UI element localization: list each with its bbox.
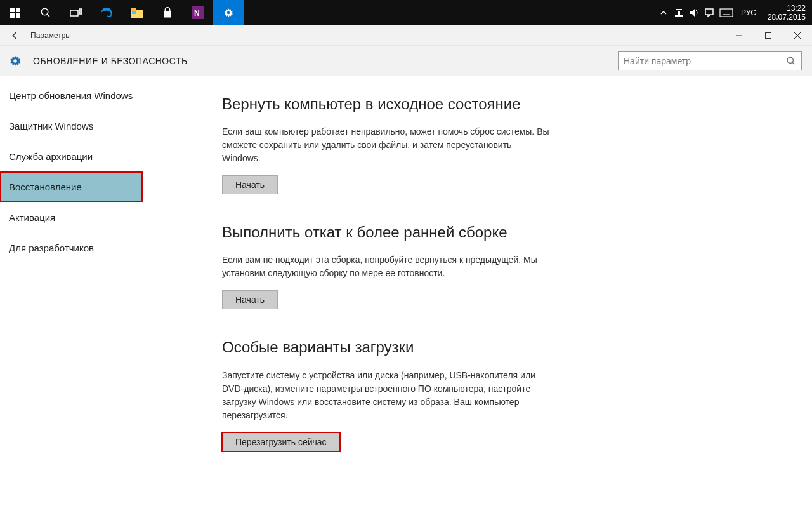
svg-rect-15 bbox=[678, 11, 680, 15]
svg-rect-6 bbox=[70, 10, 78, 16]
settings-taskbar-icon[interactable] bbox=[213, 0, 244, 25]
svg-rect-10 bbox=[131, 8, 136, 11]
main-content: Вернуть компьютер в исходное состояние Е… bbox=[209, 76, 812, 508]
reset-start-button[interactable]: Начать bbox=[222, 175, 278, 194]
minimize-button[interactable] bbox=[724, 25, 754, 46]
svg-rect-14 bbox=[675, 15, 683, 17]
svg-text:N: N bbox=[194, 9, 200, 18]
clock-date: 28.07.2015 bbox=[768, 13, 806, 22]
sidebar-item-defender[interactable]: Защитник Windows bbox=[0, 110, 209, 141]
store-icon[interactable] bbox=[152, 0, 183, 25]
file-explorer-icon[interactable] bbox=[122, 0, 152, 25]
volume-icon[interactable] bbox=[686, 0, 702, 25]
section-body: Если вам не подходит эта сборка, попробу… bbox=[222, 253, 552, 280]
search-taskbar-icon[interactable] bbox=[30, 0, 61, 25]
task-view-icon[interactable] bbox=[61, 0, 91, 25]
svg-rect-27 bbox=[766, 32, 771, 38]
section-body: Запустите систему с устройства или диска… bbox=[222, 369, 552, 422]
section-rollback: Выполнить откат к более ранней сборке Ес… bbox=[222, 222, 552, 309]
section-body: Если ваш компьютер работает неправильно,… bbox=[222, 125, 552, 165]
section-heading: Выполнить откат к более ранней сборке bbox=[222, 222, 552, 242]
tray-chevron-icon[interactable] bbox=[656, 0, 671, 25]
network-icon[interactable] bbox=[671, 0, 686, 25]
gear-icon bbox=[8, 53, 23, 69]
search-input[interactable] bbox=[624, 56, 786, 66]
subheader: ОБНОВЛЕНИЕ И БЕЗОПАСНОСТЬ bbox=[0, 46, 812, 76]
sidebar-item-label: Центр обновления Windows bbox=[9, 90, 133, 101]
svg-rect-7 bbox=[79, 9, 82, 11]
sidebar: Центр обновления Windows Защитник Window… bbox=[0, 76, 209, 508]
svg-rect-11 bbox=[132, 11, 136, 14]
action-center-icon[interactable] bbox=[702, 0, 717, 25]
clock-time: 13:22 bbox=[768, 4, 806, 13]
sidebar-item-backup[interactable]: Служба архивации bbox=[0, 141, 209, 171]
edge-icon[interactable] bbox=[91, 0, 122, 25]
settings-window: Параметры ОБНОВЛЕНИЕ И БЕЗОПАСНОСТЬ Цент… bbox=[0, 25, 812, 508]
section-reset-pc: Вернуть компьютер в исходное состояние Е… bbox=[222, 94, 552, 194]
maximize-button[interactable] bbox=[754, 25, 783, 46]
svg-rect-2 bbox=[10, 13, 15, 18]
titlebar: Параметры bbox=[0, 25, 812, 46]
svg-line-31 bbox=[792, 62, 794, 64]
taskbar: N РУС 13:22 28.07.2015 bbox=[0, 0, 812, 25]
svg-rect-3 bbox=[16, 13, 20, 18]
close-button[interactable] bbox=[783, 25, 812, 46]
svg-line-5 bbox=[47, 14, 49, 17]
start-button[interactable] bbox=[0, 0, 30, 25]
onenote-icon[interactable]: N bbox=[183, 0, 213, 25]
sidebar-item-label: Служба архивации bbox=[9, 151, 93, 162]
section-heading: Особые варианты загрузки bbox=[222, 337, 552, 357]
keyboard-icon[interactable] bbox=[717, 0, 736, 25]
svg-rect-8 bbox=[79, 12, 82, 14]
section-heading: Вернуть компьютер в исходное состояние bbox=[222, 94, 552, 114]
language-indicator[interactable]: РУС bbox=[736, 8, 761, 17]
svg-rect-0 bbox=[10, 8, 15, 12]
window-title: Параметры bbox=[30, 31, 71, 40]
back-button[interactable] bbox=[0, 25, 30, 46]
sidebar-item-recovery[interactable]: Восстановление bbox=[0, 171, 143, 202]
sidebar-item-label: Защитник Windows bbox=[9, 121, 93, 131]
svg-rect-1 bbox=[16, 8, 20, 12]
sidebar-item-label: Восстановление bbox=[9, 182, 82, 192]
sidebar-item-developers[interactable]: Для разработчиков bbox=[0, 232, 209, 263]
svg-marker-17 bbox=[690, 9, 695, 17]
svg-rect-18 bbox=[705, 9, 713, 15]
search-icon bbox=[786, 56, 796, 66]
sidebar-item-windows-update[interactable]: Центр обновления Windows bbox=[0, 80, 209, 110]
rollback-start-button[interactable]: Начать bbox=[222, 290, 278, 309]
svg-rect-16 bbox=[676, 9, 682, 10]
svg-point-30 bbox=[787, 57, 793, 63]
search-box[interactable] bbox=[618, 51, 802, 70]
sidebar-item-label: Для разработчиков bbox=[9, 243, 94, 253]
page-title: ОБНОВЛЕНИЕ И БЕЗОПАСНОСТЬ bbox=[33, 56, 188, 66]
sidebar-item-activation[interactable]: Активация bbox=[0, 202, 209, 232]
restart-now-button[interactable]: Перезагрузить сейчас bbox=[222, 432, 340, 451]
sidebar-item-label: Активация bbox=[9, 212, 55, 223]
svg-point-4 bbox=[41, 8, 48, 15]
svg-rect-19 bbox=[720, 9, 733, 17]
section-advanced-startup: Особые варианты загрузки Запустите систе… bbox=[222, 337, 552, 451]
clock[interactable]: 13:22 28.07.2015 bbox=[761, 4, 812, 22]
